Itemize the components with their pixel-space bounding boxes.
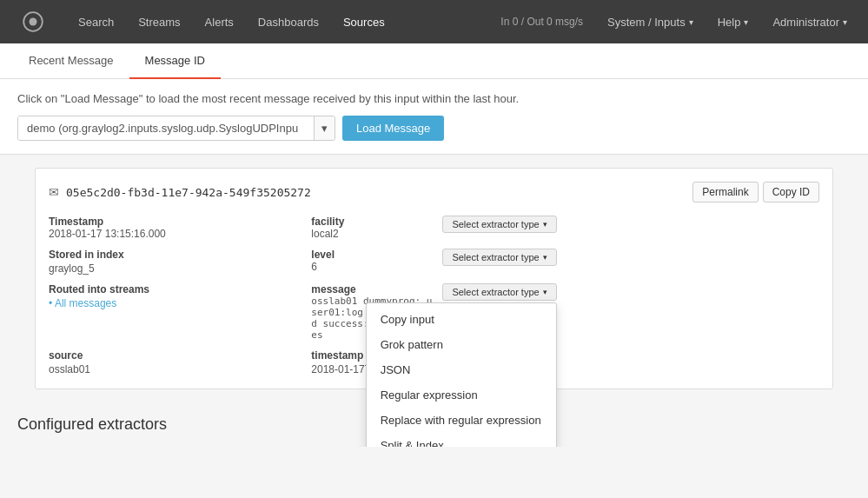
- input-selector[interactable]: ▾: [17, 116, 335, 141]
- field-stored-index: Stored in index graylog_5: [49, 249, 294, 275]
- nav-dashboards[interactable]: Dashboards: [246, 0, 331, 43]
- field-value-facility: local2: [311, 228, 434, 240]
- nav-search[interactable]: Search: [66, 0, 126, 43]
- nav-help[interactable]: Help ▾: [706, 0, 761, 43]
- fields-row-1: Timestamp 2018-01-17 13:15:16.000 facili…: [49, 216, 819, 240]
- field-routed-streams: Routed into streams • All messages: [49, 283, 294, 309]
- message-header: ✉ 05e5c2d0-fb3d-11e7-942a-549f35205272 P…: [49, 182, 819, 203]
- input-field[interactable]: [18, 116, 314, 140]
- nav-streams[interactable]: Streams: [126, 0, 192, 43]
- fields-row-3: Routed into streams • All messages messa…: [49, 283, 819, 341]
- field-label-message: message: [311, 283, 434, 295]
- admin-caret: ▾: [843, 17, 847, 27]
- dropdown-json[interactable]: JSON: [367, 357, 556, 382]
- tabs-bar: Recent Message Message ID: [0, 43, 868, 79]
- field-label-routed: Routed into streams: [49, 283, 294, 295]
- field-label-level: level: [311, 249, 434, 261]
- nav-sources[interactable]: Sources: [331, 0, 397, 43]
- envelope-icon: ✉: [49, 185, 59, 199]
- nav-alerts[interactable]: Alerts: [193, 0, 246, 43]
- help-caret: ▾: [744, 17, 748, 27]
- extractor-btn-message[interactable]: Select extractor type ▾: [442, 283, 556, 301]
- input-dropdown-arrow[interactable]: ▾: [314, 116, 335, 140]
- field-label-timestamp: Timestamp: [49, 216, 294, 228]
- field-facility: facility local2 Select extractor type ▾: [311, 216, 556, 240]
- message-card: ✉ 05e5c2d0-fb3d-11e7-942a-549f35205272 P…: [35, 168, 833, 389]
- copy-id-button[interactable]: Copy ID: [763, 182, 819, 203]
- tab-recent-message[interactable]: Recent Message: [13, 43, 129, 79]
- field-level: level 6 Select extractor type ▾: [311, 249, 556, 275]
- field-source: source osslab01: [49, 349, 294, 375]
- tab-message-id[interactable]: Message ID: [129, 43, 221, 79]
- permalink-button[interactable]: Permalink: [692, 182, 758, 203]
- field-label-stored: Stored in index: [49, 249, 294, 261]
- dropdown-grok-pattern[interactable]: Grok pattern: [367, 332, 556, 357]
- field-label-source: source: [49, 349, 294, 362]
- extractor-caret-message: ▾: [543, 288, 547, 296]
- extractor-btn-facility[interactable]: Select extractor type ▾: [442, 216, 556, 233]
- field-value-source: osslab01: [49, 363, 294, 375]
- extractor-dropdown-menu: Copy input Grok pattern JSON Regular exp…: [366, 302, 557, 447]
- message-area: Click on "Load Message" to load the most…: [0, 79, 868, 155]
- click-hint: Click on "Load Message" to load the most…: [17, 92, 851, 105]
- fields-row-2: Stored in index graylog_5 level 6 Select…: [49, 249, 819, 275]
- dropdown-copy-input[interactable]: Copy input: [367, 307, 556, 332]
- nav-system[interactable]: System / Inputs ▾: [595, 0, 706, 43]
- dropdown-split-index[interactable]: Split & Index: [367, 433, 556, 447]
- bullet: •: [49, 297, 55, 309]
- all-messages-link[interactable]: All messages: [55, 297, 116, 309]
- svg-point-2: [30, 18, 37, 26]
- field-value-level: 6: [311, 261, 434, 273]
- system-caret: ▾: [689, 17, 693, 27]
- extractor-caret-level: ▾: [543, 253, 547, 262]
- extractor-caret-facility: ▾: [543, 220, 547, 229]
- message-id-text: 05e5c2d0-fb3d-11e7-942a-549f35205272: [66, 186, 311, 199]
- navbar: Search Streams Alerts Dashboards Sources…: [0, 0, 868, 43]
- message-id-row: ✉ 05e5c2d0-fb3d-11e7-942a-549f35205272: [49, 185, 311, 199]
- field-value-routed: • All messages: [49, 297, 294, 309]
- fields-container: Timestamp 2018-01-17 13:15:16.000 facili…: [49, 216, 819, 375]
- field-value-timestamp: 2018-01-17 13:15:16.000: [49, 228, 294, 240]
- nav-admin[interactable]: Administrator ▾: [760, 0, 859, 43]
- msg-throughput: In 0 / Out 0 msg/s: [488, 16, 595, 28]
- field-timestamp: Timestamp 2018-01-17 13:15:16.000: [49, 216, 294, 240]
- message-card-wrapper: ✉ 05e5c2d0-fb3d-11e7-942a-549f35205272 P…: [0, 168, 868, 389]
- brand-logo[interactable]: [9, 6, 57, 37]
- header-buttons: Permalink Copy ID: [692, 182, 819, 203]
- load-row: ▾ Load Message: [17, 116, 851, 141]
- load-message-button[interactable]: Load Message: [342, 116, 444, 141]
- field-value-stored: graylog_5: [49, 262, 294, 275]
- dropdown-replace-regex[interactable]: Replace with regular expression: [367, 408, 556, 433]
- extractor-btn-level[interactable]: Select extractor type ▾: [442, 249, 556, 266]
- field-label-facility: facility: [311, 216, 434, 228]
- field-message: message osslab01 dummyprog: user01:log m…: [311, 283, 556, 341]
- dropdown-regular-expression[interactable]: Regular expression: [367, 382, 556, 408]
